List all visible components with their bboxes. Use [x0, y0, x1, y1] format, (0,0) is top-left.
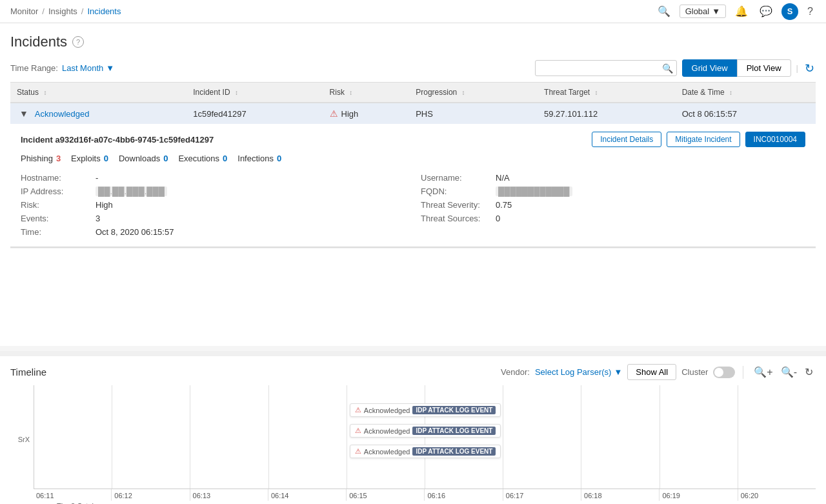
timeline-xaxis: 06:11 06:12 06:13 06:14 06:15 06:16 06:1…: [34, 489, 816, 501]
log-parser-label: Select Log Parser(s): [535, 367, 612, 377]
status-value[interactable]: Acknowledged: [35, 109, 90, 119]
timeline-col-1: [112, 385, 190, 489]
event-status-2: Acknowledged: [364, 448, 410, 456]
zoom-out-button[interactable]: 🔍-: [778, 365, 800, 379]
zoom-controls: 🔍+ 🔍- ↻: [751, 365, 816, 379]
timeline-controls: Vendor: Select Log Parser(s) ▼ Show All …: [501, 364, 816, 380]
mitigate-incident-button[interactable]: Mitigate Incident: [667, 132, 740, 147]
hostname-value: -: [96, 173, 98, 183]
col-threat-target[interactable]: Threat Target ↕: [538, 83, 676, 103]
col-incident-id[interactable]: Incident ID ↕: [186, 83, 323, 103]
zoom-in-button[interactable]: 🔍+: [751, 365, 775, 379]
col-date-time[interactable]: Date & Time ↕: [676, 83, 816, 103]
tag-executions: Executions 0: [178, 154, 227, 163]
threat-sources-field: Threat Sources: 0: [421, 212, 805, 225]
threat-severity-label: Threat Severity:: [421, 200, 492, 210]
sort-id-icon: ↕: [235, 89, 238, 96]
table-row: ▼ Acknowledged 1c59fed41297 ⚠ High PHS: [10, 103, 816, 124]
timeline-col-0: [34, 385, 112, 489]
tag-executions-count: 0: [223, 154, 227, 163]
nav-search-button[interactable]: 🔍: [655, 3, 673, 20]
divider: [743, 366, 743, 379]
detail-header: Incident a932d16f-a07c-4bb6-9745-1c59fed…: [21, 132, 805, 147]
nav-right-controls: 🔍 Global ▼ 🔔 💬 S ?: [655, 3, 816, 20]
xaxis-6: 06:17: [503, 489, 581, 501]
zoom-reset-button[interactable]: ↻: [802, 365, 816, 379]
messages-button[interactable]: 💬: [757, 3, 775, 20]
grid-view-button[interactable]: Grid View: [682, 59, 738, 77]
ip-address-label: IP Address:: [21, 186, 92, 196]
col-status[interactable]: Status ↕: [10, 83, 186, 103]
col-status-label: Status: [17, 88, 39, 97]
breadcrumb-monitor[interactable]: Monitor: [10, 6, 38, 16]
timeline-chart: SrX ⚠ Acknowledged IDP ATTACK LOG EVENT: [10, 385, 816, 504]
cluster-toggle[interactable]: [713, 367, 735, 378]
col-progression[interactable]: Progression ↕: [409, 83, 538, 103]
incident-id-value: 1c59fed41297: [193, 109, 246, 119]
breadcrumb-sep2: /: [81, 6, 84, 16]
user-avatar[interactable]: S: [781, 3, 798, 20]
incident-details-button[interactable]: Incident Details: [592, 132, 661, 147]
event-status-1: Acknowledged: [364, 427, 410, 435]
log-parser-dropdown[interactable]: Select Log Parser(s) ▼: [535, 367, 622, 377]
sort-date-icon: ↕: [729, 89, 732, 96]
time-label: Time:: [21, 227, 92, 237]
global-scope-selector[interactable]: Global ▼: [680, 5, 726, 18]
time-range-dropdown[interactable]: Last Month ▼: [62, 63, 114, 73]
cell-date-time: Oct 8 06:15:57: [676, 103, 816, 124]
threat-sources-label: Threat Sources:: [421, 214, 492, 223]
timeline-col-8: [660, 385, 738, 489]
help-icon[interactable]: ?: [72, 36, 84, 48]
expand-toggle-button[interactable]: ▼: [17, 108, 31, 119]
vendor-label: Vendor:: [501, 367, 530, 377]
col-risk[interactable]: Risk ↕: [323, 83, 410, 103]
event-warn-icon-0: ⚠: [355, 406, 361, 414]
notifications-button[interactable]: 🔔: [732, 3, 750, 20]
tag-downloads: Downloads 0: [119, 154, 168, 163]
sort-progression-icon: ↕: [462, 89, 465, 96]
ip-address-field: IP Address: ██.██.███.███: [21, 185, 405, 198]
timeline-col-3: [269, 385, 347, 489]
timeline-y-label: SrX: [10, 385, 34, 504]
breadcrumb-incidents[interactable]: Incidents: [87, 6, 121, 16]
tag-phishing: Phishing 3: [21, 154, 61, 163]
risk-value: High: [341, 109, 359, 119]
threat-severity-field: Threat Severity: 0.75: [421, 198, 805, 212]
global-scope-chevron: ▼: [712, 6, 720, 16]
refresh-button[interactable]: ↻: [803, 60, 816, 77]
xaxis-8: 06:19: [660, 489, 738, 501]
help-button[interactable]: ?: [805, 3, 816, 20]
incidents-toolbar: Time Range: Last Month ▼ 🔍 Grid View Plo…: [10, 59, 816, 77]
show-all-button[interactable]: Show All: [627, 364, 676, 380]
tag-exploits-count: 0: [104, 154, 108, 163]
incidents-search-input[interactable]: [535, 60, 677, 76]
timeline-col-2: [190, 385, 268, 489]
col-risk-label: Risk: [330, 88, 345, 97]
events-label: Events:: [21, 214, 92, 223]
col-incident-id-label: Incident ID: [193, 88, 230, 97]
xaxis-5: 06:16: [425, 489, 503, 501]
col-progression-label: Progression: [416, 88, 457, 97]
view-toggle: Grid View Plot View: [682, 59, 791, 77]
threat-sources-value: 0: [496, 214, 500, 223]
cluster-label: Cluster: [681, 367, 708, 377]
cell-status: ▼ Acknowledged: [10, 103, 186, 124]
main-content: Incidents ? Time Range: Last Month ▼ 🔍 G…: [0, 23, 826, 346]
cell-threat-target: 59.27.101.112: [538, 103, 676, 124]
plot-view-button[interactable]: Plot View: [737, 59, 791, 77]
inc-number-button[interactable]: INC0010004: [745, 132, 805, 147]
search-icon[interactable]: 🔍: [662, 63, 673, 74]
fields-right: Username: N/A FQDN: ████████████ Threat …: [421, 171, 805, 239]
time-range-control: Time Range: Last Month ▼: [10, 63, 114, 73]
username-field: Username: N/A: [421, 171, 805, 185]
ip-address-value: ██.██.███.███: [96, 186, 167, 196]
xaxis-2: 06:13: [190, 489, 268, 501]
detail-title: Incident a932d16f-a07c-4bb6-9745-1c59fed…: [21, 135, 214, 145]
fqdn-value: ████████████: [496, 186, 572, 196]
time-range-selected: Last Month: [62, 63, 103, 73]
detail-content: Incident a932d16f-a07c-4bb6-9745-1c59fed…: [10, 124, 816, 248]
breadcrumb-insights[interactable]: Insights: [48, 6, 77, 16]
threat-target-value: 59.27.101.112: [544, 109, 598, 119]
time-field: Time: Oct 8, 2020 06:15:57: [21, 225, 405, 239]
cell-progression: PHS: [409, 103, 538, 124]
